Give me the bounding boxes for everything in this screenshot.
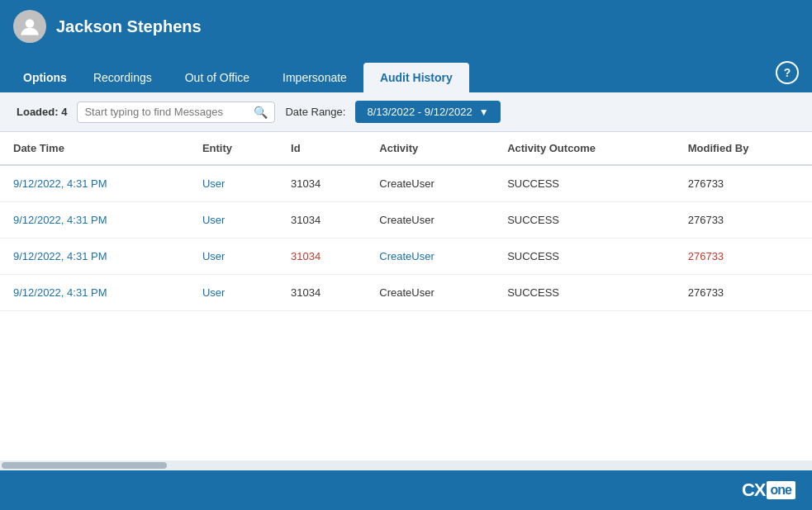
cell-modified-by: 276733 — [675, 238, 812, 275]
cell-entity: User — [189, 238, 278, 275]
date-time-link[interactable]: 9/12/2022, 4:31 PM — [13, 286, 107, 299]
col-modified-by: Modified By — [675, 132, 812, 165]
cell-modified-by: 276733 — [675, 202, 812, 238]
main-content: Loaded: 4 🔍 Date Range: 8/13/2022 - 9/12… — [0, 92, 812, 470]
cell-id: 31034 — [278, 202, 366, 238]
audit-table-container: Date Time Entity Id Activity Activity Ou… — [0, 132, 812, 460]
search-input[interactable] — [84, 106, 254, 118]
cell-activity-outcome: SUCCESS — [494, 275, 675, 311]
cell-activity: CreateUser — [366, 165, 494, 202]
cell-activity-outcome: SUCCESS — [494, 165, 675, 202]
horizontal-scrollbar[interactable] — [0, 460, 812, 470]
cell-id: 31034 — [278, 275, 366, 311]
cell-date-time: 9/12/2022, 4:31 PM — [0, 238, 189, 275]
cell-id: 31034 — [278, 238, 366, 275]
col-id: Id — [278, 132, 366, 165]
cell-activity-outcome: SUCCESS — [494, 202, 675, 238]
cell-activity: CreateUser — [366, 238, 494, 275]
search-container: 🔍 — [77, 102, 275, 123]
cell-entity: User — [189, 165, 278, 202]
entity-link[interactable]: User — [202, 214, 225, 226]
col-date-time: Date Time — [0, 132, 189, 165]
scrollbar-thumb[interactable] — [2, 462, 167, 469]
date-time-link[interactable]: 9/12/2022, 4:31 PM — [13, 214, 107, 226]
date-range-label: Date Range: — [285, 106, 345, 118]
date-range-value: 8/13/2022 - 9/12/2022 — [367, 106, 472, 118]
logo-cx: CX — [742, 479, 766, 501]
cxone-logo: CX one — [742, 479, 795, 501]
date-time-link[interactable]: 9/12/2022, 4:31 PM — [13, 250, 107, 262]
loaded-label: Loaded: 4 — [17, 106, 67, 118]
cell-modified-by: 276733 — [675, 275, 812, 311]
cell-id: 31034 — [278, 165, 366, 202]
avatar — [13, 10, 46, 43]
cell-modified-by: 276733 — [675, 165, 812, 202]
logo-one: one — [767, 481, 795, 499]
table-row: 9/12/2022, 4:31 PMUser31034CreateUserSUC… — [0, 202, 812, 238]
help-button[interactable]: ? — [776, 61, 799, 84]
tab-audit-history[interactable]: Audit History — [363, 63, 469, 92]
cell-activity: CreateUser — [366, 275, 494, 311]
chevron-down-icon: ▼ — [479, 106, 489, 118]
tab-recordings[interactable]: Recordings — [77, 63, 169, 92]
table-row: 9/12/2022, 4:31 PMUser31034CreateUserSUC… — [0, 238, 812, 275]
footer: CX one — [0, 470, 812, 510]
id-link[interactable]: 31034 — [291, 250, 321, 262]
table-row: 9/12/2022, 4:31 PMUser31034CreateUserSUC… — [0, 165, 812, 202]
entity-link[interactable]: User — [202, 286, 225, 299]
date-time-link[interactable]: 9/12/2022, 4:31 PM — [13, 177, 107, 190]
loaded-count: 4 — [61, 106, 67, 118]
cell-entity: User — [189, 275, 278, 311]
col-activity-outcome: Activity Outcome — [494, 132, 675, 165]
cell-activity: CreateUser — [366, 202, 494, 238]
cell-date-time: 9/12/2022, 4:31 PM — [0, 275, 189, 311]
col-entity: Entity — [189, 132, 278, 165]
entity-link[interactable]: User — [202, 250, 225, 262]
cell-entity: User — [189, 202, 278, 238]
cell-date-time: 9/12/2022, 4:31 PM — [0, 165, 189, 202]
modified-by-link[interactable]: 276733 — [688, 250, 724, 262]
table-row: 9/12/2022, 4:31 PMUser31034CreateUserSUC… — [0, 275, 812, 311]
date-range-button[interactable]: 8/13/2022 - 9/12/2022 ▼ — [355, 101, 500, 123]
svg-point-0 — [26, 19, 35, 28]
user-name: Jackson Stephens — [56, 17, 202, 36]
filter-bar: Loaded: 4 🔍 Date Range: 8/13/2022 - 9/12… — [0, 92, 812, 132]
cell-activity-outcome: SUCCESS — [494, 238, 675, 275]
tab-bar: Options Recordings Out of Office Imperso… — [0, 53, 812, 92]
audit-table: Date Time Entity Id Activity Activity Ou… — [0, 132, 812, 311]
tab-options-label: Options — [13, 63, 77, 92]
activity-link[interactable]: CreateUser — [379, 250, 434, 262]
search-icon: 🔍 — [254, 106, 268, 119]
entity-link[interactable]: User — [202, 177, 225, 190]
table-header-row: Date Time Entity Id Activity Activity Ou… — [0, 132, 812, 165]
tab-out-of-office[interactable]: Out of Office — [169, 63, 266, 92]
cell-date-time: 9/12/2022, 4:31 PM — [0, 202, 189, 238]
header: Jackson Stephens — [0, 0, 812, 53]
col-activity: Activity — [366, 132, 494, 165]
tab-impersonate[interactable]: Impersonate — [266, 63, 363, 92]
